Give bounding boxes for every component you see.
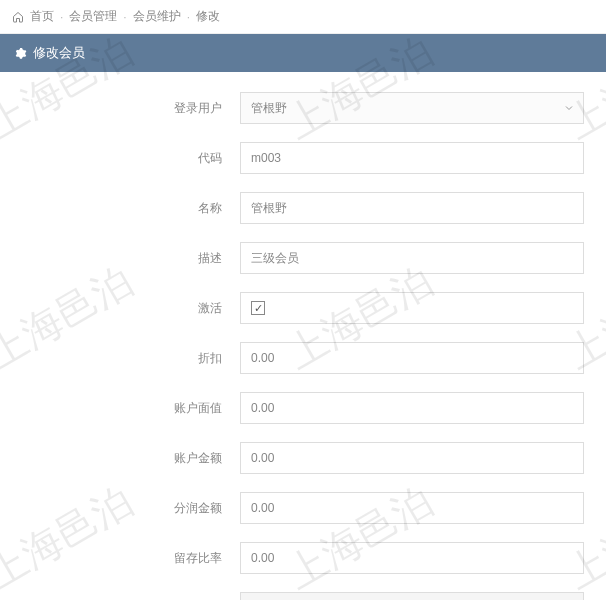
commission-amount-label: 分润金额 [10,500,240,517]
active-checkbox[interactable]: ✓ [251,301,265,315]
breadcrumb: 首页 · 会员管理 · 会员维护 · 修改 [0,0,606,34]
creator-select[interactable]: 奥大江 [240,592,584,600]
name-label: 名称 [10,200,240,217]
active-checkbox-wrap: ✓ [240,292,584,324]
discount-input[interactable] [240,342,584,374]
breadcrumb-level1[interactable]: 会员管理 [69,8,117,25]
panel-header: 修改会员 [0,34,606,72]
breadcrumb-sep: · [123,10,126,24]
breadcrumb-home[interactable]: 首页 [30,8,54,25]
breadcrumb-sep: · [60,10,63,24]
active-label: 激活 [10,300,240,317]
account-amount-input[interactable] [240,442,584,474]
login-user-select[interactable]: 管根野 [240,92,584,124]
account-amount-label: 账户金额 [10,450,240,467]
check-icon: ✓ [254,302,263,315]
account-face-value-label: 账户面值 [10,400,240,417]
panel-title: 修改会员 [33,44,85,62]
chevron-down-icon [561,100,577,116]
edit-member-form: 登录用户 管根野 代码 名称 描述 激活 [0,72,606,600]
name-input[interactable] [240,192,584,224]
commission-amount-input[interactable] [240,492,584,524]
code-input[interactable] [240,142,584,174]
code-label: 代码 [10,150,240,167]
retention-ratio-label: 留存比率 [10,550,240,567]
retention-ratio-input[interactable] [240,542,584,574]
home-icon [12,11,24,23]
description-label: 描述 [10,250,240,267]
gear-icon [14,47,27,60]
breadcrumb-level2[interactable]: 会员维护 [133,8,181,25]
account-face-value-input[interactable] [240,392,584,424]
discount-label: 折扣 [10,350,240,367]
breadcrumb-current: 修改 [196,8,220,25]
login-user-label: 登录用户 [10,100,240,117]
breadcrumb-sep: · [187,10,190,24]
description-input[interactable] [240,242,584,274]
login-user-value: 管根野 [251,100,287,117]
